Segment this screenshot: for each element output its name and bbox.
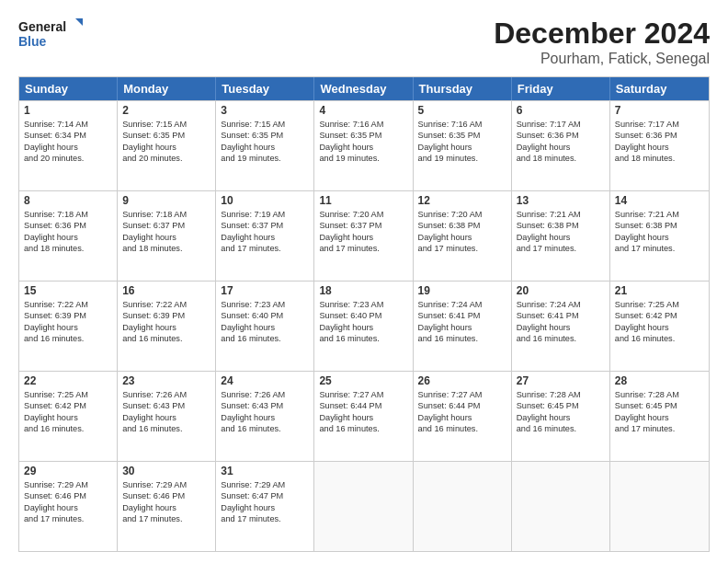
calendar: SundayMondayTuesdayWednesdayThursdayFrid… <box>18 76 710 552</box>
cal-cell: 27 Sunrise: 7:28 AM Sunset: 6:45 PM Dayl… <box>512 372 610 461</box>
daylight-label: Daylight hours <box>418 322 506 333</box>
cal-week-2: 8 Sunrise: 7:18 AM Sunset: 6:36 PM Dayli… <box>19 190 709 281</box>
sunset-info: Sunset: 6:46 PM <box>122 490 210 501</box>
sunset-info: Sunset: 6:35 PM <box>221 130 309 141</box>
daylight-label: Daylight hours <box>122 232 210 243</box>
sunrise-info: Sunrise: 7:24 AM <box>517 299 605 310</box>
day-number: 19 <box>418 284 506 297</box>
sunset-info: Sunset: 6:43 PM <box>221 400 309 411</box>
sunrise-info: Sunrise: 7:19 AM <box>221 209 309 220</box>
daylight-duration: and 16 minutes. <box>221 333 309 344</box>
sunrise-info: Sunrise: 7:16 AM <box>319 119 407 130</box>
daylight-duration: and 19 minutes. <box>418 153 506 164</box>
cal-cell: 19 Sunrise: 7:24 AM Sunset: 6:41 PM Dayl… <box>414 282 512 371</box>
day-number: 15 <box>24 284 112 297</box>
day-number: 30 <box>122 465 210 477</box>
cal-cell: 1 Sunrise: 7:14 AM Sunset: 6:34 PM Dayli… <box>19 101 118 190</box>
sunrise-info: Sunrise: 7:15 AM <box>221 119 309 130</box>
daylight-duration: and 17 minutes. <box>221 513 309 524</box>
daylight-duration: and 17 minutes. <box>221 243 309 254</box>
sunset-info: Sunset: 6:44 PM <box>418 400 506 411</box>
sunset-info: Sunset: 6:45 PM <box>517 400 605 411</box>
daylight-label: Daylight hours <box>517 412 605 423</box>
daylight-duration: and 17 minutes. <box>615 423 704 434</box>
day-number: 12 <box>418 194 506 207</box>
cal-cell: 20 Sunrise: 7:24 AM Sunset: 6:41 PM Dayl… <box>512 282 610 371</box>
daylight-label: Daylight hours <box>615 142 704 153</box>
sunrise-info: Sunrise: 7:23 AM <box>319 299 407 310</box>
sunrise-info: Sunrise: 7:29 AM <box>24 479 112 490</box>
daylight-label: Daylight hours <box>418 412 506 423</box>
cal-cell: 5 Sunrise: 7:16 AM Sunset: 6:35 PM Dayli… <box>414 101 512 190</box>
day-number: 10 <box>221 194 309 207</box>
day-number: 21 <box>615 284 704 297</box>
cal-cell: 8 Sunrise: 7:18 AM Sunset: 6:36 PM Dayli… <box>19 191 118 281</box>
day-number: 26 <box>418 374 506 387</box>
logo-svg: General Blue <box>18 17 83 50</box>
cal-cell: 6 Sunrise: 7:17 AM Sunset: 6:36 PM Dayli… <box>512 101 610 190</box>
cal-header-cell-wednesday: Wednesday <box>314 77 413 100</box>
sunset-info: Sunset: 6:35 PM <box>122 130 210 141</box>
sunset-info: Sunset: 6:40 PM <box>319 310 407 321</box>
cal-cell: 13 Sunrise: 7:21 AM Sunset: 6:38 PM Dayl… <box>512 191 610 281</box>
day-number: 23 <box>122 374 210 387</box>
cal-header-cell-sunday: Sunday <box>19 77 118 100</box>
cal-cell: 12 Sunrise: 7:20 AM Sunset: 6:38 PM Dayl… <box>414 191 512 281</box>
daylight-label: Daylight hours <box>517 322 605 333</box>
daylight-duration: and 16 minutes. <box>24 333 112 344</box>
daylight-label: Daylight hours <box>122 322 210 333</box>
cal-week-4: 22 Sunrise: 7:25 AM Sunset: 6:42 PM Dayl… <box>19 371 709 461</box>
day-number: 18 <box>319 284 407 297</box>
sunrise-info: Sunrise: 7:17 AM <box>517 119 605 130</box>
cal-cell: 26 Sunrise: 7:27 AM Sunset: 6:44 PM Dayl… <box>414 372 512 461</box>
daylight-label: Daylight hours <box>517 142 605 153</box>
day-number: 9 <box>122 194 210 207</box>
day-number: 20 <box>517 284 605 297</box>
daylight-label: Daylight hours <box>221 412 309 423</box>
sunset-info: Sunset: 6:40 PM <box>221 310 309 321</box>
daylight-label: Daylight hours <box>418 232 506 243</box>
sunset-info: Sunset: 6:42 PM <box>24 400 112 411</box>
sunset-info: Sunset: 6:41 PM <box>418 310 506 321</box>
cal-cell: 23 Sunrise: 7:26 AM Sunset: 6:43 PM Dayl… <box>118 372 216 461</box>
day-number: 27 <box>517 374 605 387</box>
sunrise-info: Sunrise: 7:27 AM <box>418 389 506 400</box>
calendar-header-row: SundayMondayTuesdayWednesdayThursdayFrid… <box>19 77 709 100</box>
daylight-label: Daylight hours <box>24 232 112 243</box>
daylight-duration: and 18 minutes. <box>517 153 605 164</box>
cal-cell: 25 Sunrise: 7:27 AM Sunset: 6:44 PM Dayl… <box>314 372 413 461</box>
cal-cell: 17 Sunrise: 7:23 AM Sunset: 6:40 PM Dayl… <box>216 282 314 371</box>
daylight-label: Daylight hours <box>24 142 112 153</box>
daylight-label: Daylight hours <box>418 142 506 153</box>
sunset-info: Sunset: 6:42 PM <box>615 310 704 321</box>
day-number: 14 <box>615 194 704 207</box>
cal-cell: 3 Sunrise: 7:15 AM Sunset: 6:35 PM Dayli… <box>216 101 314 190</box>
sunset-info: Sunset: 6:38 PM <box>517 220 605 231</box>
sunset-info: Sunset: 6:36 PM <box>615 130 704 141</box>
daylight-duration: and 16 minutes. <box>319 423 407 434</box>
sunset-info: Sunset: 6:38 PM <box>615 220 704 231</box>
daylight-duration: and 16 minutes. <box>615 333 704 344</box>
day-number: 8 <box>24 194 112 207</box>
sunrise-info: Sunrise: 7:16 AM <box>418 119 506 130</box>
sunrise-info: Sunrise: 7:24 AM <box>418 299 506 310</box>
daylight-duration: and 16 minutes. <box>122 423 210 434</box>
daylight-label: Daylight hours <box>24 322 112 333</box>
day-number: 6 <box>517 104 605 117</box>
sunrise-info: Sunrise: 7:20 AM <box>319 209 407 220</box>
cal-header-cell-tuesday: Tuesday <box>216 77 314 100</box>
cal-cell <box>314 462 413 551</box>
sunset-info: Sunset: 6:35 PM <box>319 130 407 141</box>
cal-cell <box>414 462 512 551</box>
daylight-duration: and 16 minutes. <box>517 423 605 434</box>
cal-cell: 9 Sunrise: 7:18 AM Sunset: 6:37 PM Dayli… <box>118 191 216 281</box>
sunrise-info: Sunrise: 7:20 AM <box>418 209 506 220</box>
sunrise-info: Sunrise: 7:22 AM <box>122 299 210 310</box>
daylight-duration: and 16 minutes. <box>221 423 309 434</box>
daylight-duration: and 16 minutes. <box>418 333 506 344</box>
cal-cell <box>610 462 709 551</box>
daylight-label: Daylight hours <box>319 412 407 423</box>
sunrise-info: Sunrise: 7:22 AM <box>24 299 112 310</box>
daylight-label: Daylight hours <box>24 502 112 513</box>
daylight-duration: and 17 minutes. <box>319 243 407 254</box>
